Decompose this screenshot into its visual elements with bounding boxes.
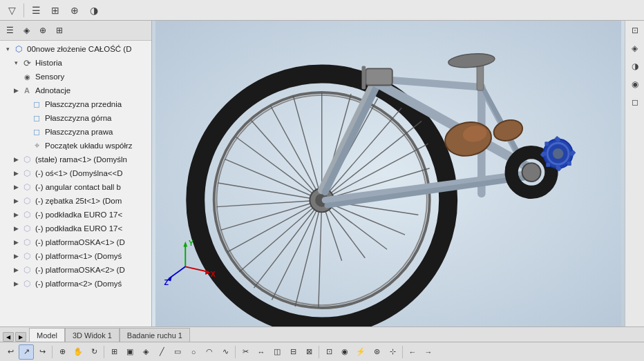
display-style-icon[interactable]: ◑ [627,58,643,75]
view-orient-icon[interactable]: ⊡ [627,22,643,39]
sidebar: ☰ ◈ ⊕ ⊞ ▾ ⬡ 00nowe złożenie CAŁOŚĆ (D ▾ … [0,21,152,326]
tree-item-os[interactable]: ▶ ⬡ (-) oś<1> (Domyślna<<D [0,166,151,180]
pk2-arrow: ▶ [11,225,21,232]
bt-arrow-right-icon[interactable]: → [421,344,436,360]
pk1-icon: ⬡ [21,209,33,220]
rama-label: (stałe) rama<1> (Domyśln [35,155,149,164]
bt-spline-icon[interactable]: ∿ [218,344,233,360]
po-icon: ⌖ [30,140,43,151]
bt-smart-dim-icon[interactable]: ◈ [138,344,153,360]
crosshair-icon[interactable]: ⊕ [66,1,84,19]
bt-sep1 [52,346,53,358]
bt-line-icon[interactable]: ╱ [154,344,169,360]
tab-3d-view[interactable]: 3D Widok 1 [65,328,120,342]
tree-item-adnotacje[interactable]: ▶ A Adnotacje [0,84,151,97]
historia-label: Historia [35,59,149,67]
bt-extend-icon[interactable]: ↔ [254,344,269,360]
svg-rect-57 [544,142,549,146]
tree-item-plaszczyzna-gorna[interactable]: ◻ Płaszczyzna górna [0,111,151,125]
bt-rotate-icon[interactable]: ↻ [86,344,102,360]
bt-pan-icon[interactable]: ✋ [70,344,86,360]
bt-offset-icon[interactable]: ◫ [269,344,285,360]
rama-icon: ⬡ [21,154,33,165]
bt-arrow-left-icon[interactable]: ← [405,344,420,360]
bt-rect-icon[interactable]: ▭ [170,344,185,360]
plo2-arrow: ▶ [11,266,21,273]
bt-pointer-icon[interactable]: ↗ [19,344,34,360]
bt-redo-icon[interactable]: ↪ [35,344,50,360]
bt-arc-icon[interactable]: ◠ [202,344,217,360]
sidebar-top-icons: ☰ ◈ ⊕ ⊞ [0,21,151,41]
tree-item-plaszczyzna-prawa[interactable]: ◻ Płaszczyzna prawa [0,125,151,139]
grid-icon[interactable]: ⊞ [46,1,64,19]
bt-select-icon[interactable]: ⊞ [106,344,122,360]
right-panel: ⊡ ◈ ◑ ◉ ◻ [625,21,644,326]
sidebar-icon-2[interactable]: ◈ [19,23,34,38]
tab-next-btn[interactable]: ▶ [15,332,26,342]
sidebar-icon-4[interactable]: ⊞ [52,23,67,38]
sidebar-icon-1[interactable]: ☰ [2,23,17,38]
angular-arrow: ▶ [11,184,21,191]
tab-badanie[interactable]: Badanie ruchu 1 [120,328,190,342]
tree-item-historia[interactable]: ▾ ⟳ Historia [0,56,151,70]
tree-item-angular[interactable]: ▶ ⬡ (-) angular contact ball b [0,180,151,194]
bt-pattern-icon[interactable]: ⊠ [301,344,316,360]
top-toolbar: ▽ ☰ ⊞ ⊕ ◑ [0,0,644,21]
bt-display-icon[interactable]: ◉ [337,344,352,360]
pr-arrow [21,128,30,135]
os-label: (-) oś<1> (Domyślna<<D [35,169,149,177]
bike-scene: Y X Z [152,21,625,326]
tree-item-podkladka1[interactable]: ▶ ⬡ (-) podkładka EURO 17< [0,208,151,222]
os-arrow: ▶ [11,170,21,177]
bt-relations-icon[interactable]: ⊡ [321,344,337,360]
tree-item-zebatka[interactable]: ▶ ⬡ (-) zębatka 25t<1> (Dom [0,194,151,208]
bt-sep2 [104,346,104,358]
bt-circle-icon[interactable]: ○ [186,344,201,360]
pk1-arrow: ▶ [11,211,21,218]
tree-item-platforma2[interactable]: ▶ ⬡ (-) platforma<2> (Domyś [0,277,151,291]
bt-rapid-icon[interactable]: ⚡ [353,344,368,360]
tree-item-platformaoska1[interactable]: ▶ ⬡ (-) platformaOSKA<1> (D [0,235,151,249]
sensory-arrow [11,73,21,80]
bt-quick-icon[interactable]: ⊹ [385,344,400,360]
adnotacje-label: Adnotacje [35,86,149,95]
tree-item-podkladka2[interactable]: ▶ ⬡ (-) podkładka EURO 17< [0,222,151,235]
svg-text:X: X [211,270,216,278]
tab-nav: ◀ ▶ [3,332,26,342]
bt-sep5 [402,346,403,358]
zebatka-icon: ⬡ [21,195,33,206]
tree-container: ▾ ⬡ 00nowe złożenie CAŁOŚĆ (D ▾ ⟳ Histor… [0,41,151,326]
plo1-arrow: ▶ [11,239,21,246]
root-arrow: ▾ [3,46,12,52]
tree-item-plaszczyzna-przednia[interactable]: ◻ Płaszczyzna przednia [0,97,151,111]
sidebar-icon-3[interactable]: ⊕ [35,23,50,38]
svg-rect-55 [546,163,550,167]
appearance-icon[interactable]: ◻ [627,94,643,110]
hide-show-icon[interactable]: ◉ [627,76,643,92]
tree-root[interactable]: ▾ ⬡ 00nowe złożenie CAŁOŚĆ (D [0,42,151,56]
plo1-icon: ⬡ [21,237,33,248]
tree-item-sensory[interactable]: ◉ Sensory [0,70,151,84]
tree-item-rama[interactable]: ▶ ⬡ (stałe) rama<1> (Domyśln [0,153,151,166]
palette-icon[interactable]: ◑ [85,1,103,19]
filter-icon[interactable]: ▽ [3,1,21,19]
svg-point-45 [522,163,541,182]
bt-sketch-icon[interactable]: ▣ [122,344,138,360]
list-icon[interactable]: ☰ [27,1,45,19]
rama-arrow: ▶ [11,156,21,163]
tree-item-platformaoska2[interactable]: ▶ ⬡ (-) platformaOSKA<2> (D [0,263,151,277]
viewport[interactable]: Y X Z [152,21,625,326]
tab-model[interactable]: Model [29,328,65,342]
tab-prev-btn[interactable]: ◀ [3,332,14,342]
bt-snapping-icon[interactable]: ⊛ [369,344,384,360]
bt-mirror-icon[interactable]: ⊟ [285,344,301,360]
bt-zoom-icon[interactable]: ⊕ [55,344,70,360]
tree-item-platforma1[interactable]: ▶ ⬡ (-) platforma<1> (Domyś [0,249,151,263]
tree-item-poczatek[interactable]: ⌖ Początek układu współrz [0,139,151,153]
bt-trim-icon[interactable]: ✂ [238,344,253,360]
svg-rect-53 [567,162,571,166]
sensory-icon: ◉ [21,71,33,82]
view-3d-icon[interactable]: ◈ [627,40,643,57]
pl2-arrow: ▶ [11,280,21,287]
bt-undo-icon[interactable]: ↩ [3,344,18,360]
